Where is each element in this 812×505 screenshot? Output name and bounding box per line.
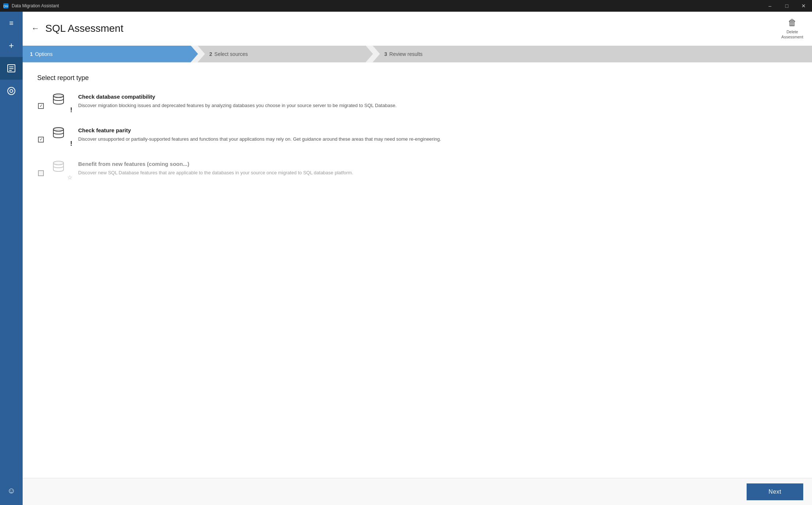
step-1-num: 1 [30, 51, 33, 57]
report-option-parity: ! Check feature parity Discover unsuppor… [37, 126, 797, 148]
report-option-new-features: ☆ Benefit from new features (coming soon… [37, 159, 797, 181]
checkbox-wrapper-new-features [37, 170, 45, 177]
feedback-icon: ☺ [7, 486, 15, 495]
svg-text:DM: DM [3, 4, 8, 8]
section-title: Select report type [37, 74, 797, 82]
sidebar: ≡ + ☺ [0, 12, 23, 505]
svg-point-6 [8, 87, 15, 95]
content-area: Select report type ! [23, 62, 812, 478]
titlebar-left: DM Data Migration Assistant [3, 3, 59, 9]
option-desc-compatibility: Discover migration blocking issues and d… [78, 102, 397, 109]
titlebar-controls: – □ ✕ [762, 0, 812, 12]
header: ← SQL Assessment 🗑 DeleteAssessment [23, 12, 812, 46]
steps-bar: 1 Options 2 Select sources 3 Review resu… [23, 46, 812, 62]
sidebar-add-button[interactable]: + [0, 34, 23, 57]
option-title-parity: Check feature parity [78, 127, 441, 133]
option-text-compatibility: Check database compatibility Discover mi… [78, 92, 397, 109]
svg-point-13 [53, 161, 64, 165]
delete-assessment-button[interactable]: 🗑 DeleteAssessment [781, 18, 803, 40]
step-2-label: Select sources [214, 51, 248, 57]
app-icon: DM [3, 3, 9, 9]
sidebar-hamburger-button[interactable]: ≡ [0, 12, 23, 34]
svg-point-9 [53, 94, 64, 98]
checkbox-wrapper-parity [37, 136, 45, 143]
option-title-compatibility: Check database compatibility [78, 94, 397, 100]
assessment-icon [7, 64, 16, 73]
sidebar-item-migrations[interactable] [0, 80, 23, 102]
option-text-parity: Check feature parity Discover unsupporte… [78, 126, 441, 143]
delete-icon: 🗑 [788, 18, 797, 28]
bottom-bar: Next [23, 478, 812, 505]
add-icon: + [9, 41, 14, 51]
step-2-sources[interactable]: 2 Select sources [198, 46, 373, 62]
hamburger-icon: ≡ [9, 19, 14, 27]
option-icon-compatibility: ! [50, 92, 72, 114]
page-title: SQL Assessment [45, 23, 123, 34]
star-badge-new-features: ☆ [67, 175, 72, 181]
next-button[interactable]: Next [747, 483, 803, 500]
checkbox-new-features [38, 170, 44, 176]
app-shell: ≡ + ☺ ← SQL Asses [0, 12, 812, 505]
delete-assessment-label: DeleteAssessment [781, 29, 803, 40]
migration-icon [7, 86, 16, 96]
checkbox-parity[interactable] [38, 137, 44, 143]
option-icon-parity: ! [50, 126, 72, 148]
checkbox-wrapper-compatibility [37, 102, 45, 110]
sidebar-feedback-button[interactable]: ☺ [0, 479, 23, 502]
option-text-new-features: Benefit from new features (coming soon..… [78, 159, 353, 176]
database-icon-new-features [50, 159, 66, 175]
minimize-button[interactable]: – [762, 0, 778, 12]
option-desc-parity: Discover unsupported or partially-suppor… [78, 136, 441, 143]
svg-point-7 [10, 90, 13, 92]
main-content: ← SQL Assessment 🗑 DeleteAssessment 1 Op… [23, 12, 812, 505]
header-left: ← SQL Assessment [31, 23, 123, 34]
step-3-num: 3 [384, 51, 387, 57]
back-button[interactable]: ← [31, 24, 39, 33]
database-icon-parity [50, 126, 66, 142]
report-option-compatibility: ! Check database compatibility Discover … [37, 92, 797, 114]
alert-badge-compatibility: ! [70, 107, 72, 113]
titlebar-title: Data Migration Assistant [12, 3, 59, 8]
close-button[interactable]: ✕ [795, 0, 812, 12]
checkbox-compatibility[interactable] [38, 103, 44, 109]
step-3-results[interactable]: 3 Review results [373, 46, 812, 62]
sidebar-item-assessments[interactable] [0, 57, 23, 80]
titlebar: DM Data Migration Assistant – □ ✕ [0, 0, 812, 12]
svg-point-11 [53, 128, 64, 131]
alert-badge-parity: ! [70, 140, 72, 147]
step-1-options[interactable]: 1 Options [23, 46, 198, 62]
step-1-label: Options [35, 51, 53, 57]
step-3-label: Review results [389, 51, 423, 57]
option-icon-new-features: ☆ [50, 159, 72, 181]
maximize-button[interactable]: □ [778, 0, 795, 12]
option-title-new-features: Benefit from new features (coming soon..… [78, 161, 353, 167]
step-2-num: 2 [209, 51, 212, 57]
option-desc-new-features: Discover new SQL Database features that … [78, 169, 353, 176]
database-icon-compatibility [50, 92, 66, 108]
